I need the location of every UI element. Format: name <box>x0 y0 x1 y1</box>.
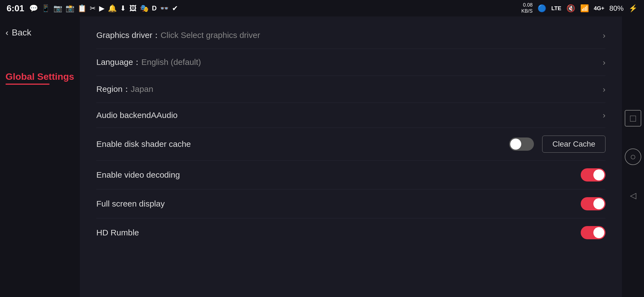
clipboard-icon: 📋 <box>78 4 86 13</box>
status-bar: 6:01 💬 📱 📷 📸 📋 ✂ ▶ 🔔 ⬇ 🖼 🎭 D 👓 ✔ 0.08KB/… <box>0 0 644 16</box>
sidebar-nav: Global Settings <box>6 68 74 88</box>
full-screen-label: Full screen display <box>96 199 581 208</box>
cut-icon: ✂ <box>90 4 96 13</box>
status-time: 6:01 <box>7 3 24 13</box>
image-icon: 🖼 <box>129 4 137 13</box>
glasses-icon: 👓 <box>160 4 169 13</box>
right-nav: □ ○ ◁ <box>622 16 644 297</box>
settings-content: Graphics driver：Click Select graphics dr… <box>80 16 622 297</box>
audio-backend-label: Audio backendAAudio <box>96 111 597 120</box>
lte-icon: LTE <box>551 5 561 12</box>
region-chevron: › <box>603 85 605 94</box>
4g-icon: 4G+ <box>594 5 604 12</box>
camera-icon: 📸 <box>66 4 74 13</box>
d-icon: D <box>152 4 157 12</box>
battery-charging-icon: ⚡ <box>629 4 637 13</box>
disk-shader-cache-label: Enable disk shader cache <box>96 139 509 149</box>
graphics-driver-label: Graphics driver：Click Select graphics dr… <box>96 30 597 41</box>
circle-nav-button[interactable]: ○ <box>625 148 641 165</box>
whatsapp-icon: 💬 <box>29 4 38 13</box>
main-layout: ‹ Back Global Settings Graphics driver：C… <box>0 16 622 297</box>
hd-rumble-row: HD Rumble <box>96 218 605 247</box>
sidebar-item-global-settings[interactable]: Global Settings <box>6 68 74 88</box>
square-icon: □ <box>630 112 636 124</box>
language-label: Language：English (default) <box>96 57 597 68</box>
hd-rumble-toggle-knob <box>593 227 604 238</box>
audio-backend-chevron: › <box>603 111 605 120</box>
download-icon: ⬇ <box>120 4 126 13</box>
back-button[interactable]: ‹ Back <box>6 25 74 40</box>
region-row[interactable]: Region：Japan › <box>96 76 605 103</box>
disk-shader-cache-row: Enable disk shader cache Clear Cache <box>96 128 605 161</box>
graphics-driver-row[interactable]: Graphics driver：Click Select graphics dr… <box>96 22 605 49</box>
instagram-icon: 📷 <box>53 4 62 13</box>
audio-backend-row[interactable]: Audio backendAAudio › <box>96 103 605 128</box>
data-speed: 0.08KB/S <box>521 2 533 14</box>
phone-icon: 📱 <box>41 4 50 13</box>
mute-icon: 🔇 <box>566 4 575 13</box>
bluetooth-icon: 🔵 <box>537 4 546 13</box>
check-icon: ✔ <box>172 4 178 13</box>
disk-shader-cache-toggle-knob <box>510 139 521 150</box>
status-bar-left: 6:01 💬 📱 📷 📸 📋 ✂ ▶ 🔔 ⬇ 🖼 🎭 D 👓 ✔ <box>7 3 178 13</box>
disk-shader-cache-toggle[interactable] <box>509 138 534 151</box>
status-bar-right: 0.08KB/S 🔵 LTE 🔇 📶 4G+ 80% ⚡ <box>521 2 637 14</box>
status-icons: 💬 📱 📷 📸 📋 ✂ ▶ 🔔 ⬇ 🖼 🎭 D 👓 ✔ <box>29 4 178 13</box>
signal-icon: 📶 <box>580 4 589 13</box>
active-underline <box>6 84 50 85</box>
global-settings-label: Global Settings <box>6 71 74 82</box>
play-icon: ▶ <box>99 4 105 13</box>
language-chevron: › <box>603 58 605 67</box>
circle-icon: ○ <box>630 151 636 163</box>
square-nav-button[interactable]: □ <box>625 110 641 127</box>
language-row[interactable]: Language：English (default) › <box>96 49 605 76</box>
sidebar: ‹ Back Global Settings <box>0 16 80 297</box>
back-nav-button[interactable]: ◁ <box>625 187 641 204</box>
video-decoding-toggle[interactable] <box>581 168 605 182</box>
graphics-driver-chevron: › <box>603 31 605 40</box>
triangle-icon: ◁ <box>630 191 636 200</box>
mask-icon: 🎭 <box>140 4 149 13</box>
back-arrow-icon: ‹ <box>6 28 9 38</box>
video-decoding-toggle-knob <box>593 169 604 180</box>
video-decoding-row: Enable video decoding <box>96 161 605 189</box>
full-screen-toggle[interactable] <box>581 197 605 210</box>
region-label: Region：Japan <box>96 84 597 95</box>
video-decoding-label: Enable video decoding <box>96 170 581 180</box>
clear-cache-button[interactable]: Clear Cache <box>542 136 605 153</box>
back-label: Back <box>12 28 31 38</box>
battery-text: 80% <box>609 4 624 13</box>
hd-rumble-label: HD Rumble <box>96 228 581 237</box>
full-screen-row: Full screen display <box>96 189 605 218</box>
hd-rumble-toggle[interactable] <box>581 226 605 239</box>
bell-icon: 🔔 <box>108 4 117 13</box>
full-screen-toggle-knob <box>593 198 604 209</box>
